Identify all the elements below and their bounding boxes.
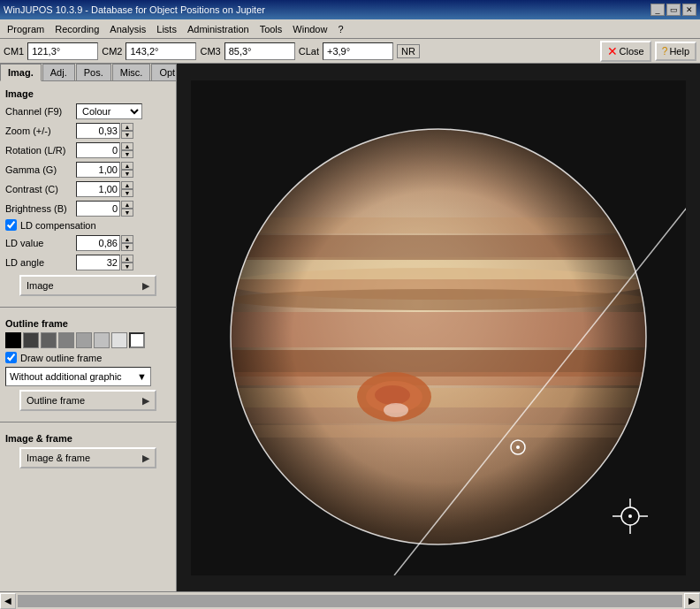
brightness-row: Brightness (B) ▲ ▼ <box>5 200 171 217</box>
contrast-down-btn[interactable]: ▼ <box>121 189 133 197</box>
jupiter-container: N P <box>177 64 700 591</box>
outline-section-title: Outline frame <box>5 318 171 329</box>
menu-program[interactable]: Program <box>2 22 49 36</box>
scroll-left-btn[interactable]: ◀ <box>0 593 16 609</box>
tab-bar: Imag. Adj. Pos. Misc. Opt. <box>0 64 176 81</box>
swatch-white[interactable] <box>129 332 145 348</box>
ld-value-input[interactable] <box>76 235 120 251</box>
svg-point-30 <box>516 445 520 449</box>
image-frame-button[interactable]: Image & frame ▶ <box>19 447 156 468</box>
help-button[interactable]: ? Help <box>655 42 696 61</box>
menu-window[interactable]: Window <box>287 22 332 36</box>
rotation-row: Rotation (L/R) ▲ ▼ <box>5 141 171 159</box>
tab-imag[interactable]: Imag. <box>0 64 42 81</box>
menu-lists[interactable]: Lists <box>151 22 182 36</box>
swatch-black[interactable] <box>5 332 21 348</box>
bottom-scrollbar: ◀ ▶ <box>0 591 700 609</box>
menu-analysis[interactable]: Analysis <box>104 22 151 36</box>
brightness-up-btn[interactable]: ▲ <box>121 201 133 209</box>
rotation-label: Rotation (L/R) <box>5 145 76 156</box>
image-frame-section: Image & frame Image & frame ▶ <box>0 426 176 476</box>
draw-outline-label: Draw outline frame <box>20 353 102 363</box>
ld-compensation-checkbox[interactable] <box>5 219 17 231</box>
contrast-spinner-btns: ▲ ▼ <box>121 181 133 197</box>
menu-tools[interactable]: Tools <box>255 22 288 36</box>
zoom-input[interactable] <box>76 123 120 139</box>
outline-frame-button[interactable]: Outline frame ▶ <box>19 390 156 411</box>
clat-label: CLat <box>299 46 319 57</box>
gamma-up-btn[interactable]: ▲ <box>121 162 133 170</box>
image-button[interactable]: Image ▶ <box>19 275 156 296</box>
gamma-spinner-btns: ▲ ▼ <box>121 162 133 178</box>
swatch-mid-light[interactable] <box>76 332 92 348</box>
image-frame-btn-arrow: ▶ <box>142 453 149 464</box>
zoom-label: Zoom (+/-) <box>5 126 76 136</box>
rotation-spinner-btns: ▲ ▼ <box>121 142 133 158</box>
menu-bar: Program Recording Analysis Lists Adminis… <box>0 19 700 39</box>
ld-angle-down-btn[interactable]: ▼ <box>121 263 133 270</box>
contrast-row: Contrast (C) ▲ ▼ <box>5 180 171 198</box>
ld-value-spinner-btns: ▲ ▼ <box>121 235 133 251</box>
swatch-dark[interactable] <box>23 332 39 348</box>
rotation-spinner: ▲ ▼ <box>76 142 133 158</box>
ld-value-down-btn[interactable]: ▼ <box>121 243 133 251</box>
ld-angle-spinner-btns: ▲ ▼ <box>121 255 133 270</box>
svg-point-24 <box>628 514 632 518</box>
contrast-up-btn[interactable]: ▲ <box>121 181 133 189</box>
menu-recording[interactable]: Recording <box>49 22 104 36</box>
swatch-mid[interactable] <box>58 332 74 348</box>
close-btn[interactable]: ✕ <box>682 4 696 16</box>
ld-value-label: LD value <box>5 238 76 248</box>
cm1-value: 121,3° <box>27 42 98 60</box>
channel-select[interactable]: Colour <box>76 103 142 119</box>
ld-value-up-btn[interactable]: ▲ <box>121 235 133 243</box>
swatch-very-light[interactable] <box>111 332 127 348</box>
ld-compensation-label: LD compensation <box>20 220 96 231</box>
draw-outline-checkbox[interactable] <box>5 352 17 363</box>
brightness-spinner-btns: ▲ ▼ <box>121 201 133 217</box>
dropdown-arrow-icon: ▼ <box>137 371 147 382</box>
gamma-input[interactable] <box>76 162 120 178</box>
graphic-dropdown[interactable]: Without additional graphic ▼ <box>5 367 151 386</box>
tab-pos[interactable]: Pos. <box>76 64 111 80</box>
image-section-title: Image <box>5 88 171 99</box>
ld-angle-up-btn[interactable]: ▲ <box>121 255 133 263</box>
image-area: N P <box>177 64 700 591</box>
cm2-label: CM2 <box>102 46 122 57</box>
gamma-down-btn[interactable]: ▼ <box>121 170 133 178</box>
main-layout: Imag. Adj. Pos. Misc. Opt. Image Channel… <box>0 64 700 591</box>
tab-opt[interactable]: Opt. <box>151 64 177 80</box>
zoom-down-btn[interactable]: ▼ <box>121 131 133 139</box>
ld-angle-input[interactable] <box>76 255 120 270</box>
scroll-right-btn[interactable]: ▶ <box>684 593 700 609</box>
minimize-btn[interactable]: _ <box>651 4 665 16</box>
swatch-light[interactable] <box>94 332 110 348</box>
zoom-spinner: ▲ ▼ <box>76 123 133 139</box>
image-frame-title: Image & frame <box>5 433 171 444</box>
rotation-down-btn[interactable]: ▼ <box>121 150 133 158</box>
scroll-track[interactable] <box>18 595 682 607</box>
ld-angle-label: LD angle <box>5 257 76 268</box>
brightness-input[interactable] <box>76 201 120 217</box>
swatch-mid-dark[interactable] <box>41 332 57 348</box>
menu-administration[interactable]: Administration <box>182 22 255 36</box>
gamma-spinner: ▲ ▼ <box>76 162 133 178</box>
ld-value-spinner: ▲ ▼ <box>76 235 133 251</box>
brightness-down-btn[interactable]: ▼ <box>121 209 133 217</box>
maximize-btn[interactable]: ▭ <box>666 4 681 16</box>
close-button[interactable]: ✕ Close <box>600 41 651 62</box>
contrast-input[interactable] <box>76 181 120 197</box>
contrast-label: Contrast (C) <box>5 184 76 194</box>
cm3-label: CM3 <box>200 46 220 57</box>
tab-adj[interactable]: Adj. <box>42 64 75 80</box>
rotation-up-btn[interactable]: ▲ <box>121 142 133 150</box>
zoom-up-btn[interactable]: ▲ <box>121 123 133 131</box>
title-bar: WinJUPOS 10.3.9 - Database for Object Po… <box>0 0 700 19</box>
clat-value: +3,9° <box>323 42 393 60</box>
jupiter-svg: N P <box>191 80 686 575</box>
gamma-row: Gamma (G) ▲ ▼ <box>5 161 171 179</box>
image-section: Image Channel (F9) Colour Zoom (+/-) ▲ ▼ <box>0 81 176 303</box>
menu-help[interactable]: ? <box>332 22 348 36</box>
tab-misc[interactable]: Misc. <box>112 64 151 80</box>
rotation-input[interactable] <box>76 142 120 158</box>
